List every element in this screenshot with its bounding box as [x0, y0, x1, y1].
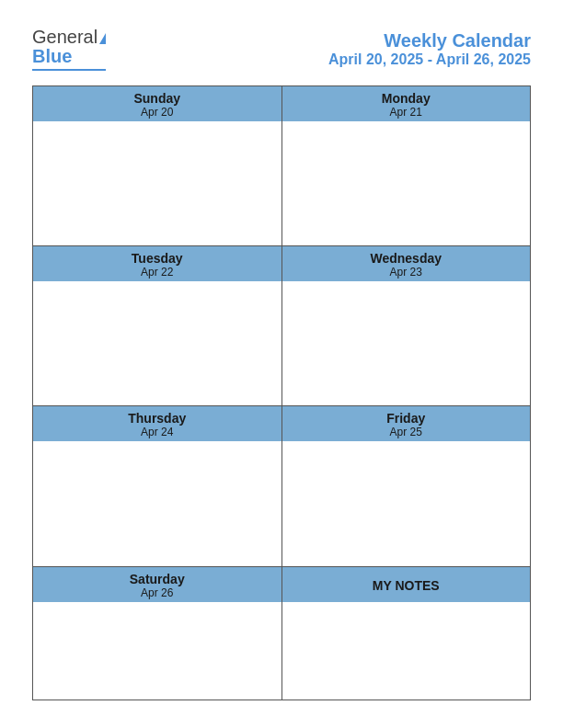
- logo-blue-text: Blue: [32, 46, 72, 67]
- wednesday-date: Apr 23: [282, 266, 531, 279]
- sunday-name: Sunday: [33, 91, 282, 106]
- row-pair-1: Sunday Apr 20 Monday Apr 21: [33, 86, 530, 246]
- tuesday-date: Apr 22: [33, 266, 282, 279]
- row-pair-2: Tuesday Apr 22 Wednesday Apr 23: [33, 246, 530, 406]
- row4-contents: [33, 602, 530, 700]
- sunday-content[interactable]: [33, 121, 282, 245]
- saturday-name: Saturday: [33, 572, 282, 586]
- row1-headers: Sunday Apr 20 Monday Apr 21: [33, 86, 530, 121]
- row2-contents: [33, 281, 530, 405]
- row4-headers: Saturday Apr 26 MY NOTES: [33, 567, 530, 602]
- logo-underline: [32, 69, 106, 71]
- saturday-content[interactable]: [33, 602, 282, 700]
- friday-name: Friday: [282, 411, 531, 426]
- saturday-header: Saturday Apr 26: [33, 567, 282, 602]
- wednesday-content[interactable]: [282, 281, 531, 405]
- row1-contents: [33, 121, 530, 245]
- calendar-title: Weekly Calendar: [328, 30, 531, 51]
- logo-general-text: General: [32, 28, 98, 46]
- header: General Blue Weekly Calendar April 20, 2…: [32, 28, 531, 71]
- wednesday-header: Wednesday Apr 23: [282, 246, 531, 281]
- notes-header: MY NOTES: [282, 567, 531, 602]
- logo-triangle-icon: [99, 33, 106, 44]
- header-title: Weekly Calendar April 20, 2025 - April 2…: [328, 30, 531, 68]
- tuesday-name: Tuesday: [33, 251, 282, 266]
- sunday-header: Sunday Apr 20: [33, 86, 282, 121]
- thursday-content[interactable]: [33, 441, 282, 565]
- tuesday-content[interactable]: [33, 281, 282, 405]
- logo: General Blue: [32, 28, 106, 71]
- monday-name: Monday: [282, 91, 531, 106]
- saturday-date: Apr 26: [33, 586, 282, 599]
- friday-header: Friday Apr 25: [282, 406, 531, 441]
- thursday-header: Thursday Apr 24: [33, 406, 282, 441]
- calendar-grid: Sunday Apr 20 Monday Apr 21 Tuesday Apr …: [32, 85, 531, 700]
- page: General Blue Weekly Calendar April 20, 2…: [0, 0, 563, 728]
- monday-header: Monday Apr 21: [282, 86, 531, 121]
- sunday-date: Apr 20: [33, 106, 282, 119]
- row-pair-3: Thursday Apr 24 Friday Apr 25: [33, 406, 530, 566]
- thursday-name: Thursday: [33, 411, 282, 426]
- row2-headers: Tuesday Apr 22 Wednesday Apr 23: [33, 246, 530, 281]
- thursday-date: Apr 24: [33, 426, 282, 438]
- logo-text: General: [32, 28, 106, 46]
- friday-date: Apr 25: [282, 426, 531, 438]
- tuesday-header: Tuesday Apr 22: [33, 246, 282, 281]
- wednesday-name: Wednesday: [282, 251, 531, 266]
- friday-content[interactable]: [282, 441, 531, 565]
- notes-content[interactable]: [282, 602, 531, 700]
- row-pair-4: Saturday Apr 26 MY NOTES: [33, 567, 530, 700]
- notes-label: MY NOTES: [373, 578, 440, 593]
- monday-content[interactable]: [282, 121, 531, 245]
- calendar-date-range: April 20, 2025 - April 26, 2025: [328, 51, 531, 68]
- monday-date: Apr 21: [282, 106, 531, 119]
- row3-contents: [33, 441, 530, 565]
- row3-headers: Thursday Apr 24 Friday Apr 25: [33, 406, 530, 441]
